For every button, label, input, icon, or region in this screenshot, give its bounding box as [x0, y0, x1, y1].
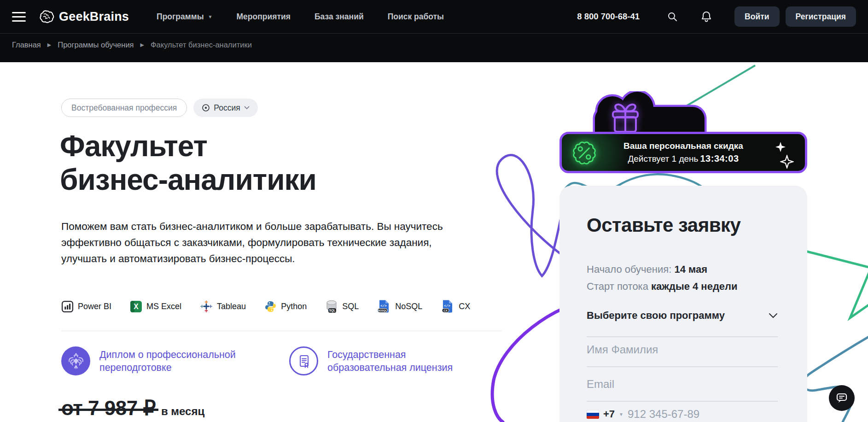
header: GeekBrains Программы▼ Мероприятия База з…	[0, 0, 868, 62]
hamburger-menu-icon[interactable]	[12, 12, 26, 22]
tech-item-sql: SQL SQL	[325, 299, 359, 313]
nav-bar: GeekBrains Программы▼ Мероприятия База з…	[0, 0, 868, 34]
tech-stack-row: Power BI X MS Excel Tableau	[61, 299, 470, 313]
nav-links: Программы▼ Мероприятия База знаний Поиск…	[157, 12, 444, 22]
tech-item-tableau: Tableau	[200, 300, 246, 313]
feature-diploma-text: Диплом о профессиональной переподготовке	[99, 346, 242, 374]
breadcrumb: Главная ▶ Программы обучения ▶ Факультет…	[0, 34, 868, 49]
neon-gift-icon	[608, 96, 643, 136]
feature-diploma: Диплом о профессиональной переподготовке	[61, 346, 242, 375]
percent-seal-icon	[570, 138, 599, 170]
region-label: Россия	[214, 103, 240, 113]
python-icon	[264, 300, 277, 313]
svg-text:</>: </>	[444, 304, 450, 308]
nav-item-knowledge-base[interactable]: База знаний	[315, 12, 364, 22]
program-select-label: Выберите свою программу	[587, 310, 725, 322]
tech-item-nosql: </> NOSQL NoSQL	[377, 299, 422, 313]
cx-icon: </> CX	[441, 299, 454, 313]
chevron-down-icon: ▼	[208, 14, 213, 19]
svg-text:X: X	[134, 303, 139, 311]
breadcrumb-current: Факультет бизнес-аналитики	[151, 41, 252, 49]
svg-text:NOSQL: NOSQL	[378, 309, 387, 312]
underline	[587, 401, 778, 402]
price-block: от 7 987 ₽ в месяц	[61, 396, 204, 420]
powerbi-icon	[61, 300, 74, 313]
price-period: в месяц	[161, 405, 204, 418]
nav-right: 8 800 700-68-41 Войти Регистрация	[577, 6, 856, 27]
login-button[interactable]: Войти	[734, 6, 779, 27]
russia-flag-icon	[587, 410, 599, 419]
brand-logo[interactable]: GeekBrains	[39, 10, 129, 24]
notifications-bell-icon[interactable]	[700, 11, 712, 23]
underline	[587, 336, 778, 337]
form-meta: Начало обучения: 14 мая Старт потока каж…	[587, 261, 738, 295]
location-pin-icon	[202, 104, 210, 112]
nav-item-events[interactable]: Мероприятия	[237, 12, 291, 22]
flow-value: каждые 4 недели	[651, 281, 738, 292]
register-button[interactable]: Регистрация	[786, 6, 856, 27]
search-icon[interactable]	[666, 11, 678, 23]
discount-subtitle: Действует 1 день13:34:03	[623, 153, 743, 164]
sparkle-filled-icon	[775, 142, 786, 154]
nav-item-programs[interactable]: Программы▼	[157, 12, 212, 22]
green-zigzag-line	[800, 250, 868, 318]
eagle-emblem-icon	[61, 346, 90, 375]
profession-badge: Востребованная профессия	[61, 99, 187, 117]
start-date-value: 14 мая	[674, 264, 707, 275]
underline	[587, 366, 778, 367]
start-date-row: Начало обучения: 14 мая	[587, 261, 738, 278]
name-input[interactable]	[587, 343, 778, 356]
tech-item-cx: </> CX CX	[441, 299, 470, 313]
excel-icon: X	[130, 300, 142, 313]
purple-loop-curve	[497, 155, 564, 276]
course-description: Поможем вам стать бизнес-аналитиком и бо…	[61, 218, 450, 267]
brain-logo-icon	[39, 10, 54, 23]
license-icon	[289, 346, 318, 375]
country-code[interactable]: +7	[603, 408, 615, 420]
application-form: Оставьте заявку Начало обучения: 14 мая …	[559, 186, 807, 422]
page-title: Факультетбизнес-аналитики	[60, 129, 316, 197]
sql-icon: SQL	[325, 299, 338, 313]
brand-name: GeekBrains	[59, 10, 129, 24]
phone-number[interactable]: 8 800 700-68-41	[577, 12, 640, 22]
country-code-caret-icon[interactable]: ▼	[619, 412, 623, 417]
chat-button[interactable]	[829, 385, 855, 411]
nav-item-job-search[interactable]: Поиск работы	[388, 12, 444, 22]
phone-input[interactable]	[628, 408, 757, 421]
svg-text:CX: CX	[444, 309, 448, 312]
discount-timer: 13:34:03	[700, 153, 739, 164]
chevron-down-icon	[769, 313, 778, 318]
tech-item-python: Python	[264, 300, 307, 313]
features-row: Диплом о профессиональной переподготовке…	[61, 346, 470, 375]
discount-title: Ваша персональная скидка	[623, 141, 743, 151]
flow-row: Старт потока каждые 4 недели	[587, 278, 738, 295]
svg-text:SQL: SQL	[329, 309, 335, 312]
feature-license-text: Государственная образовательная лицензия	[327, 346, 470, 374]
chat-bubble-icon	[835, 392, 848, 404]
discount-text: Ваша персональная скидка Действует 1 ден…	[623, 141, 743, 164]
program-select[interactable]: Выберите свою программу	[587, 310, 778, 322]
breadcrumb-programs[interactable]: Программы обучения	[58, 41, 134, 49]
section-divider	[61, 331, 502, 331]
chevron-down-icon	[244, 106, 250, 110]
sparkle-outline-icon	[780, 155, 794, 170]
nosql-icon: </> NOSQL	[377, 299, 391, 313]
tableau-icon	[200, 300, 213, 313]
hero-badges: Востребованная профессия Россия	[61, 99, 258, 117]
feature-license: Государственная образовательная лицензия	[289, 346, 470, 375]
phone-field: +7 ▼	[587, 408, 778, 421]
tech-item-powerbi: Power BI	[61, 300, 111, 313]
region-selector[interactable]: Россия	[193, 99, 257, 117]
form-title: Оставьте заявку	[587, 214, 740, 236]
svg-text:</>: </>	[380, 304, 387, 308]
breadcrumb-home[interactable]: Главная	[12, 41, 41, 49]
breadcrumb-separator-icon: ▶	[140, 42, 144, 48]
tech-item-excel: X MS Excel	[130, 300, 181, 313]
breadcrumb-separator-icon: ▶	[47, 42, 51, 48]
email-input[interactable]	[587, 378, 778, 391]
discount-banner: Ваша персональная скидка Действует 1 ден…	[559, 132, 807, 173]
page: GeekBrains Программы▼ Мероприятия База з…	[0, 0, 868, 422]
old-price: от 7 987 ₽	[61, 396, 156, 420]
